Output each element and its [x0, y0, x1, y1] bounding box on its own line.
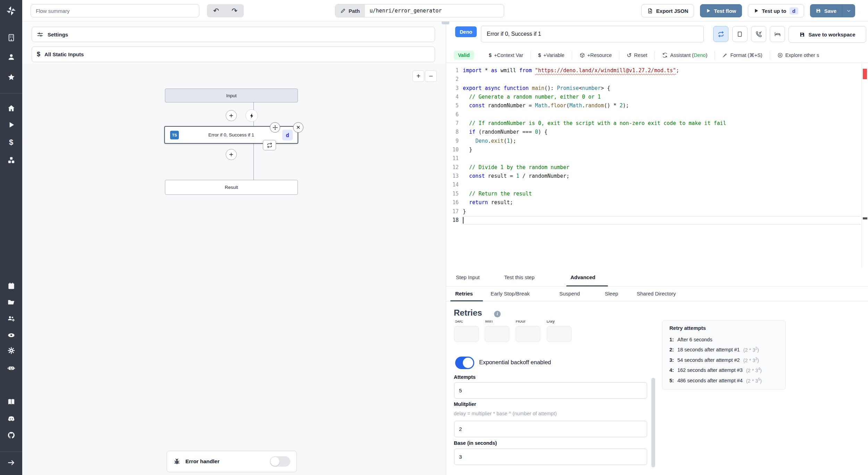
assistant-button[interactable]: Assistant (Deno) — [654, 51, 715, 60]
flow-settings-row[interactable]: Settings — [32, 27, 435, 42]
sync-icon — [662, 52, 668, 58]
delete-step-button[interactable]: ✕ — [293, 122, 303, 133]
flow-result-node[interactable]: Result — [165, 180, 298, 195]
retry-attempt-item: 2:18 seconds after attempt #1(2 * 32) — [669, 345, 778, 355]
add-step-button[interactable] — [226, 110, 237, 121]
tab-test-this-step[interactable]: Test this step — [504, 274, 535, 280]
tab-suspend[interactable]: Suspend — [559, 291, 580, 297]
discord-icon[interactable] — [7, 414, 16, 423]
code-line[interactable] — [463, 110, 861, 119]
code-line[interactable]: return result; — [463, 198, 861, 207]
save-to-workspace-button[interactable]: Save to workspace — [788, 26, 866, 43]
audit-eye-icon[interactable] — [7, 331, 16, 340]
expand-arrow-icon[interactable] — [7, 458, 16, 467]
code-line[interactable]: const randomNumber = Math.floor(Math.ran… — [463, 101, 861, 110]
hour-input[interactable] — [516, 326, 540, 342]
test-flow-button[interactable]: Test flow — [700, 4, 742, 17]
save-dropdown-button[interactable] — [842, 4, 855, 17]
code-line[interactable]: const result = 1 / randomNumber; — [463, 172, 861, 181]
tab-advanced[interactable]: Advanced — [570, 274, 595, 280]
sleep-button[interactable] — [770, 26, 785, 42]
move-step-button[interactable] — [270, 122, 280, 133]
flow-canvas[interactable] — [22, 64, 445, 475]
schedules-calendar-icon[interactable] — [7, 281, 16, 290]
day-input[interactable] — [547, 326, 571, 342]
dollar-icon: $ — [489, 52, 492, 58]
code-line[interactable]: // If randomNumber is 0, exit the script… — [463, 119, 861, 128]
save-button[interactable]: Save — [810, 4, 842, 17]
user-icon[interactable] — [7, 52, 16, 61]
reset-button[interactable]: ↺ Reset — [619, 51, 654, 60]
base-input[interactable]: 3 — [454, 449, 647, 465]
variables-dollar-icon[interactable]: $ — [7, 138, 16, 147]
settings-gear-icon[interactable] — [7, 346, 16, 355]
code-line[interactable]: } — [463, 207, 861, 216]
play-icon — [706, 8, 711, 13]
workspace-icon[interactable] — [7, 33, 16, 42]
code-line[interactable] — [463, 216, 861, 225]
code-editor[interactable]: 123456789101112131415161718 import * as … — [446, 63, 868, 268]
add-step-button[interactable] — [226, 149, 237, 160]
code-line[interactable] — [463, 181, 861, 189]
early-stop-button[interactable] — [732, 26, 748, 42]
retries-scrollbar[interactable] — [651, 378, 655, 467]
dollar-icon: $ — [37, 51, 40, 58]
workers-robot-icon[interactable] — [7, 363, 16, 372]
code-line[interactable] — [463, 154, 861, 163]
explore-scripts-button[interactable]: Explore other s — [770, 51, 827, 60]
path-input[interactable]: u/henri/error_generator — [365, 5, 504, 17]
code-line[interactable]: Deno.exit(1); — [463, 137, 861, 145]
info-icon[interactable]: i — [494, 311, 501, 317]
folders-icon[interactable] — [7, 298, 16, 307]
step-title-input[interactable]: Error if 0, Success if 1 — [481, 26, 704, 42]
code-line[interactable]: // Return the result — [463, 190, 861, 198]
panel-splitter-handle[interactable] — [442, 22, 449, 24]
tab-retries[interactable]: Retries — [455, 291, 473, 297]
undo-button[interactable]: ↶ — [213, 7, 219, 14]
github-icon[interactable] — [7, 431, 16, 440]
add-context-var-button[interactable]: $ +Context Var — [482, 51, 531, 60]
code-line[interactable]: } — [463, 145, 861, 154]
code-line[interactable]: if (randomNumber === 0) { — [463, 128, 861, 136]
min-input[interactable] — [485, 326, 509, 342]
redo-button[interactable]: ↷ — [232, 7, 237, 14]
trigger-bolt-button[interactable] — [245, 109, 258, 122]
zoom-out-button[interactable]: − — [425, 70, 437, 82]
runs-play-icon[interactable] — [7, 120, 16, 129]
docs-book-icon[interactable] — [7, 397, 16, 406]
export-json-button[interactable]: Export JSON — [641, 4, 694, 17]
suspend-approval-button[interactable] — [751, 26, 766, 42]
resources-cubes-icon[interactable] — [7, 156, 16, 165]
windmill-logo[interactable] — [0, 0, 22, 22]
favorites-star-icon[interactable] — [7, 73, 16, 82]
code-line[interactable]: // Divide 1 by the random number — [463, 163, 861, 172]
add-resource-button[interactable]: +Resource — [572, 51, 619, 60]
step-retry-indicator[interactable] — [263, 140, 276, 150]
tab-sleep[interactable]: Sleep — [605, 291, 618, 297]
groups-users-gear-icon[interactable] — [7, 314, 16, 323]
topbar: Flow summary ↶ ↷ Path u/henri/error_gene… — [0, 0, 868, 22]
flow-summary-input[interactable]: Flow summary — [31, 4, 199, 17]
flow-input-node[interactable]: Input — [165, 89, 298, 102]
retries-toggle-button[interactable] — [713, 26, 728, 42]
home-icon[interactable] — [7, 103, 16, 112]
test-up-to-button[interactable]: Test up to d — [748, 4, 804, 17]
attempts-input[interactable]: 5 — [454, 382, 647, 399]
code-lines[interactable]: import * as wmill from "https://deno.lan… — [463, 66, 861, 225]
code-line[interactable]: import * as wmill from "https://deno.lan… — [463, 66, 861, 75]
zoom-in-button[interactable]: + — [412, 70, 424, 82]
tab-early-stop[interactable]: Early Stop/Break — [491, 291, 530, 297]
all-static-inputs-row[interactable]: $ All Static Inputs — [32, 47, 435, 62]
tab-shared-directory[interactable]: Shared Directory — [637, 291, 676, 297]
cube-icon — [579, 52, 585, 58]
multiplier-input[interactable]: 2 — [454, 421, 647, 437]
code-line[interactable]: // Generate a random number, either 0 or… — [463, 93, 861, 101]
format-button[interactable]: Format (⌘+S) — [715, 51, 769, 60]
sec-input[interactable] — [454, 326, 479, 342]
code-line[interactable]: export async function main(): Promise<nu… — [463, 84, 861, 93]
tab-step-input[interactable]: Step Input — [456, 274, 479, 280]
code-line[interactable] — [463, 75, 861, 84]
error-handler-toggle[interactable] — [270, 456, 290, 467]
add-variable-button[interactable]: $ +Variable — [531, 51, 572, 60]
exponential-backoff-toggle[interactable] — [455, 357, 474, 369]
